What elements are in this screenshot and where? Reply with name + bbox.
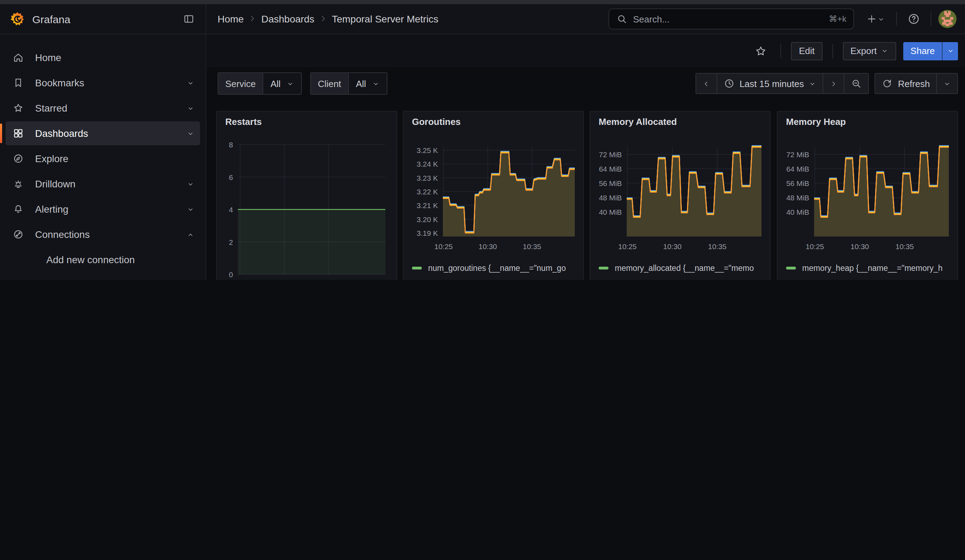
star-button[interactable]: [751, 41, 771, 61]
series-line-orange: [443, 153, 575, 233]
question-circle-icon: [908, 13, 920, 25]
sidebar-item-alerting[interactable]: Alerting: [6, 197, 200, 221]
refresh-button[interactable]: Refresh: [875, 73, 936, 93]
legend-item[interactable]: num_goroutines {__name__="num_go: [412, 278, 582, 280]
help-button[interactable]: [904, 9, 924, 29]
sidebar-item-label: Dashboards: [35, 128, 187, 139]
bookmark-icon: [13, 77, 24, 88]
legend-series-dash: [412, 267, 422, 269]
y-tick-label: 40 MiB: [787, 208, 809, 216]
bell-icon: [13, 204, 24, 215]
add-button[interactable]: [861, 9, 889, 29]
y-tick-label: 72 MiB: [599, 150, 622, 158]
legend-series-label: memory_heap {__name__="memory_h: [802, 264, 942, 272]
y-tick-label: 3.19 K: [417, 229, 438, 237]
y-tick-label: 56 MiB: [787, 179, 809, 188]
x-tick-label: 10:35: [523, 242, 541, 250]
legend-item[interactable]: memory_heap {__name__="memory_h: [786, 278, 956, 280]
chevron-left-icon: [702, 80, 710, 87]
export-button[interactable]: Export: [842, 42, 896, 60]
legend-series-label: num_goroutines {__name__="num_go: [428, 264, 566, 272]
sidebar-item-data-sources[interactable]: Data sources: [6, 273, 200, 280]
share-menu-button[interactable]: [942, 42, 958, 60]
chevron-up-icon: [187, 230, 195, 238]
user-avatar[interactable]: [938, 10, 957, 28]
clock-icon: [723, 78, 734, 89]
panel-title[interactable]: Memory Heap: [786, 116, 846, 127]
client-filter-value[interactable]: All: [348, 73, 386, 94]
sidebar-item-explore[interactable]: Explore: [6, 147, 200, 171]
time-range-picker[interactable]: Last 15 minutes: [716, 73, 823, 93]
refresh-icon: [882, 78, 893, 89]
search-input[interactable]: Search... ⌘+k: [608, 8, 854, 29]
dashboard-toolbar: Edit Export Share: [207, 34, 965, 67]
panel-left-toggle-icon[interactable]: [179, 9, 199, 29]
chevron-down-icon: [187, 129, 195, 137]
chevron-right-icon: [249, 13, 257, 24]
service-filter: Service All: [218, 72, 302, 95]
time-forward-button[interactable]: [823, 73, 844, 93]
client-filter: Client All: [310, 72, 387, 95]
service-filter-value[interactable]: All: [263, 73, 301, 94]
x-tick-label: 10:30: [479, 242, 497, 250]
time-back-button[interactable]: [696, 73, 716, 93]
divider: [832, 44, 833, 58]
share-button[interactable]: Share: [904, 42, 942, 60]
search-icon: [616, 13, 627, 24]
sidebar-item-dashboards[interactable]: Dashboards: [6, 121, 200, 145]
grafana-logo-icon[interactable]: [10, 11, 25, 27]
sidebar-item-connections[interactable]: Connections: [6, 222, 200, 247]
sidebar-item-starred[interactable]: Starred: [6, 96, 200, 120]
breadcrumb-dashboards[interactable]: Dashboards: [262, 13, 314, 24]
panel-title[interactable]: Restarts: [225, 116, 262, 127]
legend-series-dash: [599, 267, 608, 269]
y-tick-label: 6: [229, 173, 233, 181]
y-tick-label: 4: [229, 206, 233, 214]
legend-item[interactable]: memory_heap {__name__="memory_h: [786, 263, 956, 274]
breadcrumb-current: Temporal Server Metrics: [332, 13, 438, 24]
header-bar: Grafana Home Dashboards Temporal Server …: [0, 4, 965, 34]
y-tick-label: 8: [229, 141, 233, 149]
sidebar-nav: HomeBookmarksStarredDashboardsExploreDri…: [0, 34, 206, 280]
sidebar-item-label: Explore: [35, 153, 195, 164]
service-filter-label: Service: [218, 73, 263, 94]
y-tick-label: 48 MiB: [787, 194, 809, 202]
filters-and-time-row: Service All Client All Last 15 minutes: [207, 67, 965, 100]
refresh-controls: Refresh: [875, 73, 958, 94]
sidebar-item-label: Starred: [35, 103, 187, 114]
legend-item[interactable]: memory_allocated {__name__="memo: [599, 278, 769, 280]
sidebar-item-add-new-connection[interactable]: Add new connection: [6, 248, 200, 272]
series-area: [238, 209, 385, 274]
chevron-right-icon: [830, 80, 837, 87]
edit-button[interactable]: Edit: [791, 42, 823, 60]
star-icon: [13, 103, 24, 114]
legend-series-label: memory_heap {__name__="memory_h: [802, 279, 942, 280]
panel-title[interactable]: Memory Allocated: [599, 116, 677, 127]
time-range-label: Last 15 minutes: [739, 78, 804, 89]
header-brand-section: Grafana: [0, 4, 206, 34]
x-tick-label: 10:25: [618, 242, 637, 250]
series-line-blue: [627, 145, 762, 216]
zoom-out-button[interactable]: [844, 73, 869, 93]
star-icon: [755, 44, 767, 57]
panel-title[interactable]: Goroutines: [412, 116, 461, 127]
refresh-interval-button[interactable]: [936, 73, 957, 93]
divider: [781, 44, 782, 58]
y-tick-label: 72 MiB: [787, 150, 809, 158]
x-tick-label: 10:25: [806, 242, 824, 250]
chevron-down-icon: [187, 205, 195, 213]
breadcrumb-home[interactable]: Home: [218, 13, 244, 24]
sidebar-item-home[interactable]: Home: [6, 46, 200, 70]
legend-item[interactable]: memory_allocated {__name__="memo: [599, 263, 769, 274]
sidebar-item-drilldown[interactable]: Drilldown: [6, 172, 200, 196]
legend-item[interactable]: num_goroutines {__name__="num_go: [412, 263, 582, 274]
series-line-yellow: [814, 146, 949, 217]
series-line-orange: [814, 147, 949, 217]
series-line-orange: [627, 147, 762, 217]
sidebar-item-bookmarks[interactable]: Bookmarks: [6, 71, 200, 95]
y-tick-label: 3.20 K: [417, 216, 438, 224]
sidebar-item-label: Connections: [35, 229, 187, 240]
chevron-down-icon: [946, 47, 954, 55]
chevron-down-icon: [943, 80, 951, 87]
y-tick-label: 3.22 K: [417, 188, 438, 196]
